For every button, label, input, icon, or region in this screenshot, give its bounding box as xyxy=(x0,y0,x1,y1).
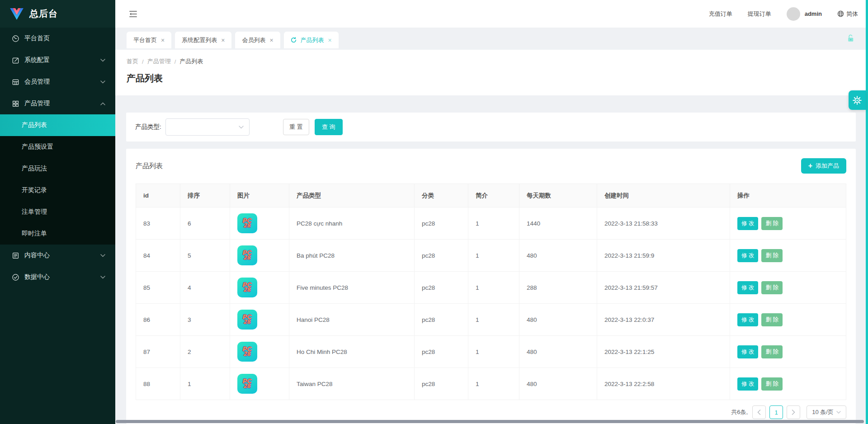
column-header: 简介 xyxy=(468,184,519,207)
table-row: 881PC28Taiwan PC28pc2814802022-3-13 22:2… xyxy=(136,368,846,400)
page-size-select[interactable]: 10 条/页 xyxy=(807,405,846,419)
table-body: 836PC28PC28 cực nhanhpc28114402022-3-13 … xyxy=(136,207,846,400)
prev-page-button[interactable] xyxy=(752,405,766,419)
sidebar-item-label: 内容中心 xyxy=(24,251,100,259)
breadcrumb-item[interactable]: 首页 xyxy=(127,57,138,66)
topbar-right: 充值订单 提现订单 admin xyxy=(709,7,858,21)
sidebar-subitem-lottery-records[interactable]: 开奖记录 xyxy=(0,179,115,201)
sidebar-item-platform-home[interactable]: 平台首页 xyxy=(0,28,115,49)
delete-button[interactable]: 删 除 xyxy=(761,281,782,294)
edit-button[interactable]: 修 改 xyxy=(737,313,758,326)
product-type-label: 产品类型: xyxy=(135,123,161,131)
cell-id: 86 xyxy=(136,304,180,336)
vertical-scrollbar[interactable] xyxy=(866,0,868,424)
cell-created-time: 2022-3-13 22:0:37 xyxy=(597,304,730,336)
cell-intro: 1 xyxy=(468,207,519,240)
sidebar-item-content-center[interactable]: 内容中心 xyxy=(0,245,115,266)
delete-button[interactable]: 删 除 xyxy=(761,249,782,262)
appstore-icon xyxy=(12,100,19,108)
table-card: 产品列表 + 添加产品 id排序图片产品类型分类简介每天期数创建时间操作 836… xyxy=(126,149,856,424)
withdraw-orders-link[interactable]: 提现订单 xyxy=(748,10,771,18)
close-icon[interactable]: × xyxy=(221,37,225,43)
cell-actions: 修 改删 除 xyxy=(730,304,846,336)
table-card-title: 产品列表 xyxy=(136,162,163,170)
cell-daily-periods: 480 xyxy=(519,240,597,272)
sidebar-item-system-config[interactable]: 系统配置 xyxy=(0,49,115,71)
sidebar-subitem-product-preset[interactable]: 产品预设置 xyxy=(0,136,115,158)
tab-label: 会员列表 xyxy=(242,36,265,44)
product-table: id排序图片产品类型分类简介每天期数创建时间操作 836PC28PC28 cực… xyxy=(136,184,846,400)
sidebar-item-data-center[interactable]: 数据中心 xyxy=(0,266,115,288)
edit-button[interactable]: 修 改 xyxy=(737,345,758,358)
reset-button[interactable]: 重 置 xyxy=(283,119,309,135)
cell-intro: 1 xyxy=(468,304,519,336)
cell-product-type: Ba phút PC28 xyxy=(289,240,415,272)
cell-product-type: Hanoi PC28 xyxy=(289,304,415,336)
horizontal-scrollbar[interactable] xyxy=(116,420,864,423)
next-page-button[interactable] xyxy=(787,405,800,419)
sidebar-item-member-management[interactable]: 会员管理 xyxy=(0,71,115,93)
page-number-button[interactable]: 1 xyxy=(769,405,783,419)
cell-intro: 1 xyxy=(468,336,519,368)
globe-icon xyxy=(837,10,844,17)
edit-button[interactable]: 修 改 xyxy=(737,377,758,391)
delete-button[interactable]: 删 除 xyxy=(761,313,782,326)
avatar xyxy=(787,7,800,21)
tab-product-list[interactable]: 产品列表× xyxy=(284,32,339,48)
tab-member-list[interactable]: 会员列表× xyxy=(235,32,280,48)
cell-id: 87 xyxy=(136,336,180,368)
sidebar-subitem-instant-bets[interactable]: 即时注单 xyxy=(0,223,115,245)
unlock-icon[interactable] xyxy=(846,33,855,45)
cell-image: PC28 xyxy=(230,336,289,368)
close-icon[interactable]: × xyxy=(269,37,273,43)
close-icon[interactable]: × xyxy=(161,37,165,43)
column-header: 操作 xyxy=(730,184,846,207)
delete-button[interactable]: 删 除 xyxy=(761,217,782,230)
chevron-down-icon xyxy=(100,276,105,279)
add-product-label: 添加产品 xyxy=(816,162,839,170)
sidebar-item-label: 数据中心 xyxy=(24,273,100,281)
sidebar-subitem-product-list[interactable]: 产品列表 xyxy=(0,114,115,136)
cell-image: PC28 xyxy=(230,272,289,304)
edit-button[interactable]: 修 改 xyxy=(737,249,758,262)
cell-id: 83 xyxy=(136,207,180,240)
cell-image: PC28 xyxy=(230,368,289,400)
column-header: id xyxy=(136,184,180,207)
cell-actions: 修 改删 除 xyxy=(730,368,846,400)
tabbar: 平台首页×系统配置列表×会员列表×产品列表× xyxy=(115,28,868,50)
cell-product-type: Ho Chi Minh PC28 xyxy=(289,336,415,368)
delete-button[interactable]: 删 除 xyxy=(761,377,782,391)
table-row: 854PC28Five minutes PC28pc2812882022-3-1… xyxy=(136,272,846,304)
edit-button[interactable]: 修 改 xyxy=(737,281,758,294)
column-header: 图片 xyxy=(230,184,289,207)
cell-actions: 修 改删 除 xyxy=(730,207,846,240)
cell-image: PC28 xyxy=(230,304,289,336)
language-switcher[interactable]: 简体 xyxy=(837,10,858,18)
tab-system-config-list[interactable]: 系统配置列表× xyxy=(175,32,231,48)
user-menu[interactable]: admin xyxy=(787,7,822,21)
close-icon[interactable]: × xyxy=(328,37,332,43)
product-image: PC28 xyxy=(237,310,257,330)
recharge-orders-link[interactable]: 充值订单 xyxy=(709,10,732,18)
content: 产品类型: 重 置 查 询 产品列表 + 添加产品 xyxy=(115,95,868,424)
product-image: PC28 xyxy=(237,374,257,394)
breadcrumb-item: 产品列表 xyxy=(179,57,203,66)
cell-actions: 修 改删 除 xyxy=(730,272,846,304)
refresh-icon[interactable] xyxy=(291,37,297,43)
sidebar-subitem-product-play[interactable]: 产品玩法 xyxy=(0,158,115,179)
sidebar-item-product-management[interactable]: 产品管理 xyxy=(0,93,115,114)
breadcrumb-item[interactable]: 产品管理 xyxy=(147,57,171,66)
sidebar-subitem-bet-management[interactable]: 注单管理 xyxy=(0,201,115,223)
edit-button[interactable]: 修 改 xyxy=(737,217,758,230)
menu-fold-icon[interactable] xyxy=(128,9,138,19)
cell-created-time: 2022-3-13 21:58:33 xyxy=(597,207,730,240)
submenu-product-management: 产品列表产品预设置产品玩法开奖记录注单管理即时注单 xyxy=(0,114,115,245)
cell-intro: 1 xyxy=(468,272,519,304)
product-type-select[interactable] xyxy=(165,118,250,136)
settings-gear-button[interactable] xyxy=(849,90,866,110)
delete-button[interactable]: 删 除 xyxy=(761,345,782,358)
tab-platform-home[interactable]: 平台首页× xyxy=(127,32,171,48)
chevron-down-icon xyxy=(100,80,105,84)
search-button[interactable]: 查 询 xyxy=(315,119,343,135)
add-product-button[interactable]: + 添加产品 xyxy=(801,158,846,174)
